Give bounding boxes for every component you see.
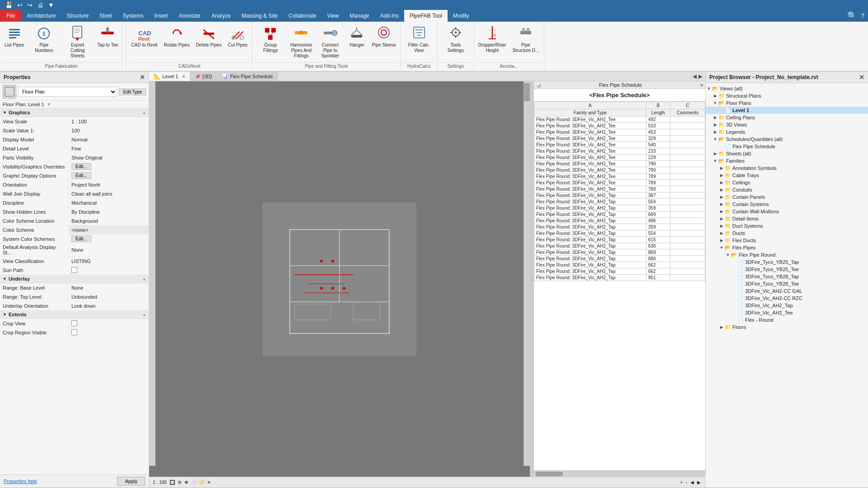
crop-view-checkbox[interactable] <box>71 320 77 326</box>
tree-node-legends[interactable]: ▶📁Legends <box>706 128 868 136</box>
schedule-row-1[interactable]: Flex Pipe Round: 3DFire_Vic_AH2_Tee533 <box>534 123 705 129</box>
tools-settings-button[interactable]: Tools Settings <box>439 24 472 54</box>
undo-quick-btn[interactable]: ↩ <box>16 1 24 9</box>
tree-node-conduits[interactable]: ▶📁Conduits <box>706 186 868 193</box>
schedule-hscroll-thumb[interactable] <box>536 472 563 476</box>
tree-expand-3dfire-tyco-yb25-tap[interactable] <box>731 259 737 265</box>
tree-expand-views-all[interactable]: ▼ <box>706 85 712 92</box>
print-quick-btn[interactable]: 🖨 <box>36 1 45 9</box>
tab-structure[interactable]: Structure <box>61 10 94 22</box>
search-btn[interactable]: 🔍 <box>847 11 857 21</box>
pipe-sleeve-button[interactable]: Pipe Sleeve <box>369 24 398 49</box>
tree-node-3dfire-vic-ah2-cc-gal[interactable]: 📄3DFire_Vic_AH2-CC GAL <box>706 287 868 295</box>
edit-type-btn[interactable]: Edit Type <box>119 89 146 95</box>
tree-node-3d-views[interactable]: ▶📁3D Views <box>706 121 868 128</box>
tab-collaborate[interactable]: Collaborate <box>283 10 321 22</box>
tree-expand-schedules-all[interactable]: ▼ <box>712 136 718 142</box>
tab-steel[interactable]: Steel <box>94 10 117 22</box>
tree-node-schedules-all[interactable]: ▼📂Schedules/Quantities (all) <box>706 136 868 143</box>
group-fittings-button[interactable]: Group Fittings <box>254 24 287 54</box>
schedule-row-10[interactable]: Flex Pipe Round: 3DFire_Vic_AH2_Tee789 <box>534 180 705 186</box>
tab-pipefab[interactable]: PipeFAB Tool <box>404 10 448 22</box>
tree-node-ducts[interactable]: ▶📁Ducts <box>706 230 868 237</box>
tree-node-floors[interactable]: ▶📁Floors <box>706 324 868 331</box>
schedule-scroll[interactable]: A B C Family and Type Length Comments <box>534 102 705 470</box>
schedule-row-20[interactable]: Flex Pipe Round: 3DFire_Vic_AH2_Tap630 <box>534 243 705 249</box>
view-cube-icon[interactable]: ⬜ <box>191 480 196 485</box>
tree-expand-sheets-all[interactable]: ▶ <box>712 150 718 157</box>
sun-path-checkbox[interactable] <box>71 267 77 273</box>
zoom-in-btn[interactable]: + <box>680 480 683 485</box>
tree-node-flex-pipe-schedule[interactable]: 📄Flex Pipe Schedule <box>706 143 868 150</box>
tree-node-sheets-all[interactable]: ▶📁Sheets (all) <box>706 150 868 157</box>
tree-expand-families[interactable]: ▼ <box>712 158 718 164</box>
tree-expand-3dfire-vic-ah2-tee[interactable] <box>731 310 737 316</box>
tree-node-ceilings[interactable]: ▶📁Ceilings <box>706 179 868 186</box>
tree-expand-3dfire-tyco-yb25-tee[interactable] <box>731 266 737 272</box>
tree-node-flex-round[interactable]: 📄Flex - Round <box>706 316 868 324</box>
tab-flex-schedule[interactable]: 📊 Flex Pipe Schedule <box>217 72 278 81</box>
schedule-row-14[interactable]: Flex Pipe Round: 3DFire_Vic_AH2_Tap359 <box>534 205 705 211</box>
schedule-row-11[interactable]: Flex Pipe Round: 3DFire_Vic_AH2_Tee789 <box>534 186 705 192</box>
level1-tab-close[interactable]: ✕ <box>182 74 185 79</box>
schedule-row-6[interactable]: Flex Pipe Round: 3DFire_Vic_AH2_Tee229 <box>534 155 705 161</box>
schedule-separator[interactable]: ⋮ <box>530 81 533 477</box>
tree-node-floor-plans[interactable]: ▼📂Floor Plans <box>706 99 868 107</box>
help-btn[interactable]: ? <box>861 12 864 19</box>
tree-expand-floor-plans[interactable]: ▼ <box>712 100 718 106</box>
harmonise-pipes-button[interactable]: Harmonise Pipes And Fittings <box>288 24 315 60</box>
floor-plan-type-select[interactable]: Floor Plan <box>18 87 117 97</box>
scroll-left-btn[interactable]: ◀ <box>690 480 694 485</box>
graphic-display-edit-btn[interactable]: Edit... <box>71 172 91 179</box>
tree-expand-level1[interactable] <box>718 107 725 113</box>
view-tabs-scroll-left[interactable]: ◀ <box>693 73 697 80</box>
tree-node-views-all[interactable]: ▼📂Views (all) <box>706 85 868 92</box>
tree-node-flex-pipes[interactable]: ▼📂Flex Pipes <box>706 244 868 251</box>
tree-node-flex-pipe-round[interactable]: ▼📂Flex Pipe Round <box>706 251 868 258</box>
floor-plan-vscroll-thumb[interactable] <box>524 83 530 101</box>
extents-collapse-btn[interactable]: ▲ <box>142 313 146 317</box>
schedule-row-16[interactable]: Flex Pipe Round: 3DFire_Vic_AH2_Tap496 <box>534 218 705 224</box>
schedule-row-24[interactable]: Flex Pipe Round: 3DFire_Vic_AH2_Tap662 <box>534 268 705 275</box>
tree-expand-ducts[interactable]: ▶ <box>718 230 725 236</box>
properties-close-btn[interactable]: ✕ <box>140 74 145 81</box>
tree-expand-3dfire-tyco-yb28-tee[interactable] <box>731 281 737 287</box>
delete-pipes-button[interactable]: Delete Pipes <box>193 24 224 49</box>
underlay-collapse-btn[interactable]: ▲ <box>142 277 146 281</box>
floor-plan-vscroll[interactable] <box>524 81 530 466</box>
tree-expand-curtain-panels[interactable]: ▶ <box>718 194 725 200</box>
tree-expand-structural-plans[interactable]: ▶ <box>712 93 718 99</box>
tree-node-flex-ducts[interactable]: ▶📁Flex Ducts <box>706 237 868 244</box>
zoom-out-btn[interactable]: - <box>686 480 687 485</box>
graphics-collapse-btn[interactable]: ▲ <box>142 111 146 115</box>
compass-icon[interactable]: 🧭 <box>199 480 204 485</box>
tab-file[interactable]: File <box>0 10 21 22</box>
redo-quick-btn[interactable]: ↪ <box>26 1 34 9</box>
tab-view[interactable]: View <box>322 10 344 22</box>
tree-expand-cable-trays[interactable]: ▶ <box>718 172 725 178</box>
tree-expand-curtain-wall-mullions[interactable]: ▶ <box>718 208 725 215</box>
schedule-row-9[interactable]: Flex Pipe Round: 3DFire_Vic_AH2_Tee789 <box>534 174 705 180</box>
rotate-pipes-button[interactable]: Rotate Pipes <box>161 24 192 49</box>
tree-expand-flex-pipe-round[interactable]: ▼ <box>725 252 731 258</box>
tree-expand-flex-ducts[interactable]: ▶ <box>718 237 725 244</box>
tree-expand-3dfire-vic-ah2-tap[interactable] <box>731 302 737 309</box>
schedule-row-3[interactable]: Flex Pipe Round: 3DFire_Vic_AH2_Tee329 <box>534 136 705 142</box>
schedule-row-8[interactable]: Flex Pipe Round: 3DFire_Vic_AH2_Tee790 <box>534 167 705 174</box>
tree-expand-ceilings[interactable]: ▶ <box>718 179 725 186</box>
tab-analyze[interactable]: Analyze <box>206 10 236 22</box>
tree-node-3dfire-vic-ah2-tap[interactable]: 📄3DFire_Vic_AH2_Tap <box>706 302 868 309</box>
system-color-schemes-edit-btn[interactable]: Edit... <box>71 235 91 242</box>
schedule-row-2[interactable]: Flex Pipe Round: 3DFire_Vic_AH2_Tee453 <box>534 129 705 136</box>
sun-icon[interactable]: ☀ <box>207 480 211 485</box>
save-quick-btn[interactable]: 💾 <box>4 1 14 9</box>
tree-expand-3d-views[interactable]: ▶ <box>712 122 718 128</box>
tab-annotate[interactable]: Annotate <box>173 10 206 22</box>
floor-plan-hscroll-btn[interactable] <box>149 81 156 466</box>
tap-to-tee-button[interactable]: Tap to Tee <box>94 24 121 49</box>
export-cutting-sheets-button[interactable]: Export Cutting Sheets <box>61 24 94 60</box>
tree-node-annotation-symbols[interactable]: ▶📁Annotation Symbols <box>706 164 868 172</box>
tree-expand-conduits[interactable]: ▶ <box>718 187 725 193</box>
schedule-row-25[interactable]: Flex Pipe Round: 3DFire_Vic_AH2_Tap951 <box>534 275 705 281</box>
pipe-structure-button[interactable]: Pipe Structure D... <box>509 24 542 54</box>
